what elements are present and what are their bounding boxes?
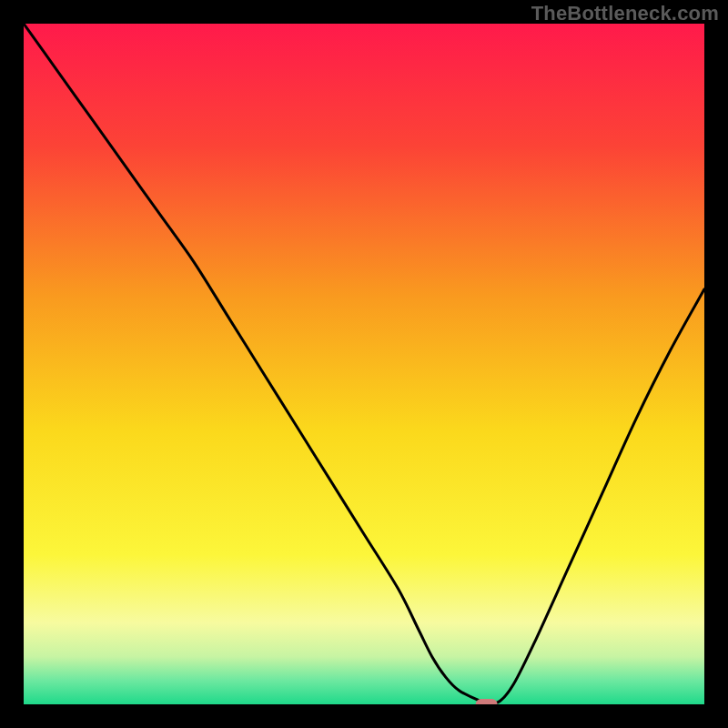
optimal-point-marker [476,699,498,704]
watermark-text: TheBottleneck.com [531,2,719,25]
chart-svg [24,24,704,704]
chart-background-gradient [24,24,704,704]
chart-plot-area [24,24,704,704]
